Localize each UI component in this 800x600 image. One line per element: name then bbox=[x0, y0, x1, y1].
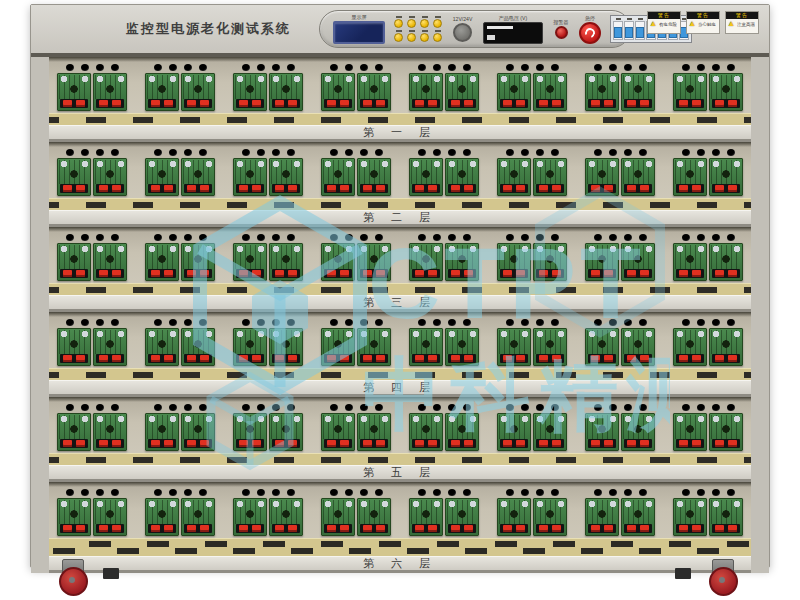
red-terminal[interactable] bbox=[715, 440, 724, 447]
red-terminal[interactable] bbox=[63, 100, 72, 107]
red-terminal[interactable] bbox=[327, 355, 336, 362]
red-terminal[interactable] bbox=[728, 185, 737, 192]
test-pcb-board[interactable] bbox=[673, 158, 707, 196]
red-terminal[interactable] bbox=[187, 355, 196, 362]
test-pcb-board[interactable] bbox=[709, 73, 743, 111]
red-terminal[interactable] bbox=[187, 270, 196, 277]
voltage-switch-knob[interactable] bbox=[453, 23, 472, 42]
red-terminal[interactable] bbox=[376, 270, 385, 277]
test-pcb-board[interactable] bbox=[497, 328, 531, 366]
test-pcb-board[interactable] bbox=[709, 243, 743, 281]
red-terminal[interactable] bbox=[539, 185, 548, 192]
red-terminal[interactable] bbox=[288, 185, 297, 192]
test-pcb-board[interactable] bbox=[445, 243, 479, 281]
test-pcb-board[interactable] bbox=[497, 158, 531, 196]
test-pcb-board[interactable] bbox=[57, 413, 91, 451]
red-terminal[interactable] bbox=[539, 270, 548, 277]
test-pcb-board[interactable] bbox=[321, 498, 355, 536]
test-pcb-board[interactable] bbox=[585, 328, 619, 366]
test-pcb-board[interactable] bbox=[621, 243, 655, 281]
red-terminal[interactable] bbox=[63, 440, 72, 447]
red-terminal[interactable] bbox=[692, 525, 701, 532]
red-terminal[interactable] bbox=[640, 100, 649, 107]
red-terminal[interactable] bbox=[340, 100, 349, 107]
test-pcb-board[interactable] bbox=[621, 328, 655, 366]
red-terminal[interactable] bbox=[252, 185, 261, 192]
test-pcb-board[interactable] bbox=[445, 73, 479, 111]
red-terminal[interactable] bbox=[340, 185, 349, 192]
red-terminal[interactable] bbox=[604, 100, 613, 107]
red-terminal[interactable] bbox=[692, 440, 701, 447]
red-terminal[interactable] bbox=[252, 355, 261, 362]
red-terminal[interactable] bbox=[76, 355, 85, 362]
red-terminal[interactable] bbox=[376, 355, 385, 362]
test-pcb-board[interactable] bbox=[585, 413, 619, 451]
red-terminal[interactable] bbox=[63, 185, 72, 192]
red-terminal[interactable] bbox=[340, 355, 349, 362]
test-pcb-board[interactable] bbox=[533, 328, 567, 366]
red-terminal[interactable] bbox=[627, 525, 636, 532]
test-pcb-board[interactable] bbox=[497, 413, 531, 451]
test-pcb-board[interactable] bbox=[673, 243, 707, 281]
test-pcb-board[interactable] bbox=[145, 73, 179, 111]
red-terminal[interactable] bbox=[200, 525, 209, 532]
red-terminal[interactable] bbox=[376, 100, 385, 107]
test-pcb-board[interactable] bbox=[93, 328, 127, 366]
test-pcb-board[interactable] bbox=[145, 328, 179, 366]
test-pcb-board[interactable] bbox=[321, 158, 355, 196]
red-terminal[interactable] bbox=[252, 440, 261, 447]
red-terminal[interactable] bbox=[63, 525, 72, 532]
red-terminal[interactable] bbox=[99, 270, 108, 277]
red-terminal[interactable] bbox=[728, 440, 737, 447]
red-terminal[interactable] bbox=[728, 270, 737, 277]
red-terminal[interactable] bbox=[99, 185, 108, 192]
test-pcb-board[interactable] bbox=[57, 158, 91, 196]
red-terminal[interactable] bbox=[376, 440, 385, 447]
test-pcb-board[interactable] bbox=[233, 243, 267, 281]
red-terminal[interactable] bbox=[151, 100, 160, 107]
red-terminal[interactable] bbox=[692, 270, 701, 277]
test-pcb-board[interactable] bbox=[445, 158, 479, 196]
test-pcb-board[interactable] bbox=[93, 73, 127, 111]
test-pcb-board[interactable] bbox=[269, 328, 303, 366]
red-terminal[interactable] bbox=[451, 355, 460, 362]
red-terminal[interactable] bbox=[151, 270, 160, 277]
test-pcb-board[interactable] bbox=[269, 413, 303, 451]
red-terminal[interactable] bbox=[591, 440, 600, 447]
test-pcb-board[interactable] bbox=[673, 73, 707, 111]
red-terminal[interactable] bbox=[99, 355, 108, 362]
test-pcb-board[interactable] bbox=[673, 498, 707, 536]
red-terminal[interactable] bbox=[627, 355, 636, 362]
red-terminal[interactable] bbox=[552, 185, 561, 192]
test-pcb-board[interactable] bbox=[533, 413, 567, 451]
red-terminal[interactable] bbox=[552, 270, 561, 277]
red-terminal[interactable] bbox=[415, 100, 424, 107]
test-pcb-board[interactable] bbox=[673, 328, 707, 366]
test-pcb-board[interactable] bbox=[533, 243, 567, 281]
red-terminal[interactable] bbox=[275, 270, 284, 277]
test-pcb-board[interactable] bbox=[357, 158, 391, 196]
red-terminal[interactable] bbox=[363, 185, 372, 192]
red-terminal[interactable] bbox=[164, 355, 173, 362]
red-terminal[interactable] bbox=[679, 440, 688, 447]
test-pcb-board[interactable] bbox=[181, 413, 215, 451]
red-terminal[interactable] bbox=[239, 525, 248, 532]
circuit-breaker[interactable] bbox=[635, 21, 645, 40]
red-terminal[interactable] bbox=[604, 525, 613, 532]
red-terminal[interactable] bbox=[275, 100, 284, 107]
red-terminal[interactable] bbox=[640, 525, 649, 532]
test-pcb-board[interactable] bbox=[321, 73, 355, 111]
red-terminal[interactable] bbox=[428, 185, 437, 192]
red-terminal[interactable] bbox=[275, 355, 284, 362]
red-terminal[interactable] bbox=[112, 100, 121, 107]
test-pcb-board[interactable] bbox=[321, 413, 355, 451]
test-pcb-board[interactable] bbox=[709, 498, 743, 536]
red-terminal[interactable] bbox=[627, 185, 636, 192]
test-pcb-board[interactable] bbox=[93, 243, 127, 281]
red-terminal[interactable] bbox=[539, 440, 548, 447]
test-pcb-board[interactable] bbox=[57, 243, 91, 281]
red-terminal[interactable] bbox=[503, 270, 512, 277]
red-terminal[interactable] bbox=[516, 355, 525, 362]
red-terminal[interactable] bbox=[464, 100, 473, 107]
red-terminal[interactable] bbox=[516, 185, 525, 192]
